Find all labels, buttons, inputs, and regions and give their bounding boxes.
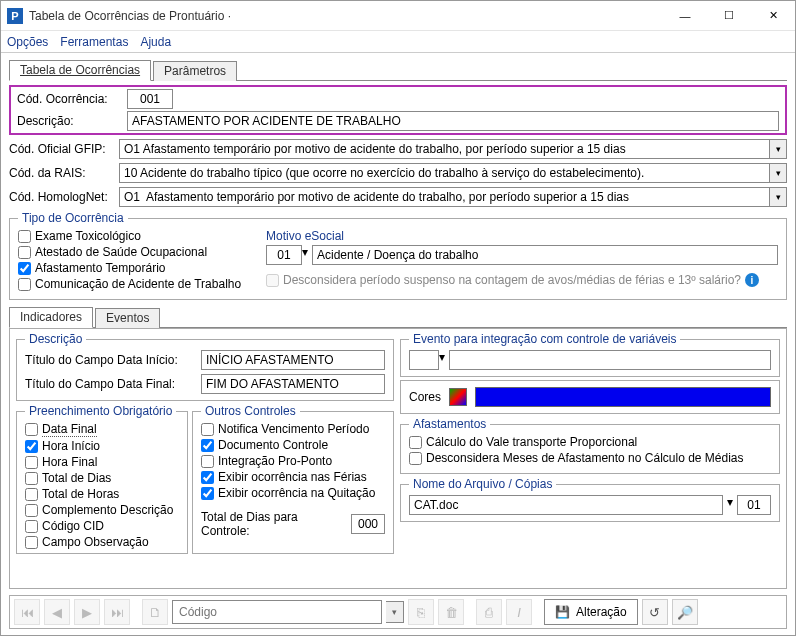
check-hora-final[interactable]: Hora Final xyxy=(25,455,179,469)
chevron-down-icon[interactable]: ▾ xyxy=(769,139,787,159)
check-exibir-ferias[interactable]: Exibir ocorrência nas Férias xyxy=(201,470,385,484)
check-compl-desc[interactable]: Complemento Descrição xyxy=(25,503,179,517)
input-evento-code[interactable] xyxy=(409,350,439,370)
tab-parametros[interactable]: Parâmetros xyxy=(153,61,237,81)
check-total-dias[interactable]: Total de Dias xyxy=(25,471,179,485)
check-desc-meses[interactable]: Desconsidera Meses de Afastamento no Cál… xyxy=(409,451,771,465)
indicadores-panel: Descrição Título do Campo Data Início: T… xyxy=(9,328,787,589)
input-cod-gfip[interactable] xyxy=(119,139,769,159)
group-afastamentos: Afastamentos Cálculo do Vale transporte … xyxy=(400,417,780,474)
copy-button[interactable]: ⎘ xyxy=(408,599,434,625)
combo-cod-rais[interactable]: ▾ xyxy=(119,163,787,183)
input-cod-homolognet[interactable] xyxy=(119,187,769,207)
legend-preench: Preenchimento Obrigatório xyxy=(25,404,176,418)
italic-button[interactable]: I xyxy=(506,599,532,625)
check-data-final[interactable]: Data Final xyxy=(25,422,179,437)
tab-indicadores[interactable]: Indicadores xyxy=(9,307,93,328)
nav-prev-button[interactable]: ◀ xyxy=(44,599,70,625)
sub-tabstrip: Indicadores Eventos xyxy=(9,306,787,328)
palette-icon[interactable] xyxy=(449,388,467,406)
highlight-box: Cód. Ocorrência: Descrição: xyxy=(9,85,787,135)
close-button[interactable]: ✕ xyxy=(751,1,795,31)
chevron-down-icon[interactable]: ▾ xyxy=(302,245,308,265)
label-cod-rais: Cód. da RAIS: xyxy=(9,166,113,180)
legend-descricao: Descrição xyxy=(25,332,86,346)
nav-first-button[interactable]: ⏮ xyxy=(14,599,40,625)
group-preenchimento: Preenchimento Obrigatório Data Final Hor… xyxy=(16,404,188,554)
check-doc-controle[interactable]: Documento Controle xyxy=(201,438,385,452)
chevron-down-icon[interactable]: ▾ xyxy=(769,163,787,183)
chevron-down-icon[interactable]: ▾ xyxy=(727,495,733,515)
input-total-dias-controle[interactable] xyxy=(351,514,385,534)
check-exibir-quitacao[interactable]: Exibir ocorrência na Quitação xyxy=(201,486,385,500)
search-input[interactable] xyxy=(177,604,377,620)
input-cod-rais[interactable] xyxy=(119,163,769,183)
chevron-down-icon[interactable]: ▾ xyxy=(386,601,404,623)
label-titulo-data-inicio: Título do Campo Data Início: xyxy=(25,353,195,367)
content: Tabela de Ocorrências Parâmetros Cód. Oc… xyxy=(1,53,795,593)
check-notifica-venc[interactable]: Notifica Vencimento Período xyxy=(201,422,385,436)
check-atestado[interactable]: Atestado de Saúde Ocupacional xyxy=(18,245,258,259)
combo-cod-homolognet[interactable]: ▾ xyxy=(119,187,787,207)
check-exame-tox[interactable]: Exame Toxicológico xyxy=(18,229,258,243)
label-cod-ocorrencia: Cód. Ocorrência: xyxy=(17,92,121,106)
nav-last-button[interactable]: ⏭ xyxy=(104,599,130,625)
check-desconsidera-periodo: Desconsidera período suspenso na contage… xyxy=(266,273,778,287)
check-campo-obs[interactable]: Campo Observação xyxy=(25,535,179,549)
tab-tabela-ocorrencias[interactable]: Tabela de Ocorrências xyxy=(9,60,151,81)
group-nome-arquivo: Nome do Arquivo / Cópias ▾ xyxy=(400,477,780,522)
legend-outros: Outros Controles xyxy=(201,404,300,418)
check-calc-vale[interactable]: Cálculo do Vale transporte Proporcional xyxy=(409,435,771,449)
menu-ajuda[interactable]: Ajuda xyxy=(140,35,171,49)
input-cod-ocorrencia[interactable] xyxy=(127,89,173,109)
window: P Tabela de Ocorrências de Prontuário · … xyxy=(0,0,796,636)
delete-button[interactable]: 🗑 xyxy=(438,599,464,625)
input-motivo-code[interactable] xyxy=(266,245,302,265)
check-integra-proponto[interactable]: Integração Pro-Ponto xyxy=(201,454,385,468)
check-cat[interactable]: Comunicação de Acidente de Trabalho xyxy=(18,277,258,291)
mode-button[interactable]: 💾 Alteração xyxy=(544,599,638,625)
chevron-down-icon[interactable]: ▾ xyxy=(769,187,787,207)
input-motivo-desc[interactable] xyxy=(312,245,778,265)
label-cod-gfip: Cód. Oficial GFIP: xyxy=(9,142,113,156)
find-button[interactable]: 🔎 xyxy=(672,599,698,625)
info-icon[interactable]: i xyxy=(745,273,759,287)
input-copias[interactable] xyxy=(737,495,771,515)
undo-button[interactable]: ↺ xyxy=(642,599,668,625)
label-total-dias-controle: Total de Dias para Controle: xyxy=(201,510,345,538)
tab-eventos[interactable]: Eventos xyxy=(95,308,160,328)
input-titulo-data-inicio[interactable] xyxy=(201,350,385,370)
titlebar: P Tabela de Ocorrências de Prontuário · … xyxy=(1,1,795,31)
menu-ferramentas[interactable]: Ferramentas xyxy=(60,35,128,49)
group-outros-controles: Outros Controles Notifica Vencimento Per… xyxy=(192,404,394,554)
legend-tipo: Tipo de Ocorrência xyxy=(18,211,128,225)
maximize-button[interactable]: ☐ xyxy=(707,1,751,31)
nav-next-button[interactable]: ▶ xyxy=(74,599,100,625)
group-evento-integracao: Evento para integração com controle de v… xyxy=(400,332,780,377)
search-box[interactable] xyxy=(172,600,382,624)
group-tipo-ocorrencia: Tipo de Ocorrência Exame Toxicológico At… xyxy=(9,211,787,300)
check-hora-inicio[interactable]: Hora Início xyxy=(25,439,179,453)
chevron-down-icon[interactable]: ▾ xyxy=(439,350,445,370)
check-total-horas[interactable]: Total de Horas xyxy=(25,487,179,501)
menu-opcoes[interactable]: Opções xyxy=(7,35,48,49)
legend-evento-integ: Evento para integração com controle de v… xyxy=(409,332,680,346)
input-nome-arquivo[interactable] xyxy=(409,495,723,515)
label-descricao: Descrição: xyxy=(17,114,121,128)
label-cod-homolognet: Cód. HomologNet: xyxy=(9,190,113,204)
input-titulo-data-final[interactable] xyxy=(201,374,385,394)
new-record-button[interactable]: 🗋 xyxy=(142,599,168,625)
combo-cod-gfip[interactable]: ▾ xyxy=(119,139,787,159)
main-tabstrip: Tabela de Ocorrências Parâmetros xyxy=(9,59,787,81)
check-codigo-cid[interactable]: Código CID xyxy=(25,519,179,533)
save-icon: 💾 xyxy=(555,605,570,619)
group-descricao: Descrição Título do Campo Data Início: T… xyxy=(16,332,394,401)
label-motivo-esocial: Motivo eSocial xyxy=(266,229,778,243)
mode-label: Alteração xyxy=(576,605,627,619)
minimize-button[interactable]: — xyxy=(663,1,707,31)
app-icon: P xyxy=(7,8,23,24)
check-afast-temp[interactable]: Afastamento Temporário xyxy=(18,261,258,275)
print-button[interactable]: ⎙ xyxy=(476,599,502,625)
input-descricao[interactable] xyxy=(127,111,779,131)
input-evento-desc[interactable] xyxy=(449,350,771,370)
